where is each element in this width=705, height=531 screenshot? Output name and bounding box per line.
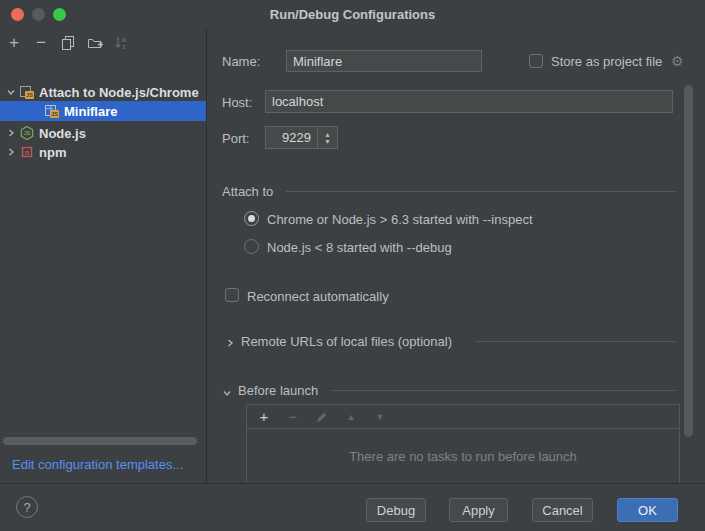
attach-to-group-label: Attach to <box>222 184 273 199</box>
tree-item-label: Miniflare <box>64 104 117 119</box>
group-separator <box>286 191 676 192</box>
radio-inspect[interactable] <box>244 211 259 226</box>
sort-configurations-icon: az <box>114 35 130 51</box>
svg-text:JS: JS <box>24 130 31 136</box>
window-title: Run/Debug Configurations <box>0 7 705 22</box>
edit-task-icon <box>314 409 330 425</box>
new-folder-icon[interactable] <box>87 35 103 51</box>
edit-configuration-templates-link[interactable]: Edit configuration templates... <box>12 457 183 472</box>
chevron-down-icon[interactable] <box>3 84 19 100</box>
chevron-right-icon[interactable] <box>3 125 19 141</box>
titlebar: Run/Debug Configurations <box>0 0 705 28</box>
before-launch-panel: + − ▲ ▼ There are no tasks to run before… <box>246 404 680 483</box>
sidebar-toolbar: + − az <box>6 33 130 53</box>
apply-button[interactable]: Apply <box>449 498 508 522</box>
name-input[interactable] <box>286 50 482 72</box>
dialog-footer: ? Debug Apply Cancel OK <box>0 483 705 531</box>
chevron-right-icon[interactable] <box>225 336 235 351</box>
before-launch-section-label[interactable]: Before launch <box>238 383 318 398</box>
debug-button[interactable]: Debug <box>366 498 426 522</box>
port-value[interactable]: 9229 <box>266 127 317 148</box>
stepper-down-icon[interactable]: ▼ <box>324 138 331 145</box>
radio-debug-label[interactable]: Node.js < 8 started with --debug <box>267 240 452 255</box>
group-separator <box>475 341 676 342</box>
cancel-button[interactable]: Cancel <box>532 498 593 522</box>
radio-debug[interactable] <box>244 239 259 254</box>
name-label: Name: <box>222 54 260 69</box>
gear-icon[interactable]: ⚙ <box>671 54 684 68</box>
run-debug-configurations-dialog: Run/Debug Configurations + − az <box>0 0 705 531</box>
move-task-down-icon: ▼ <box>372 409 388 425</box>
svg-text:n: n <box>25 149 29 156</box>
before-launch-toolbar: + − ▲ ▼ <box>247 405 679 429</box>
copy-configuration-icon[interactable] <box>60 35 76 51</box>
svg-text:a: a <box>122 36 126 43</box>
port-label: Port: <box>222 131 249 146</box>
vertical-scrollbar[interactable] <box>684 85 693 437</box>
stepper-up-icon[interactable]: ▲ <box>324 131 331 138</box>
tree-item-label: Node.js <box>39 126 86 141</box>
npm-icon: n <box>19 144 35 160</box>
svg-text:z: z <box>122 43 126 50</box>
nodejs-icon: JS <box>19 125 35 141</box>
ok-button[interactable]: OK <box>617 498 678 522</box>
add-task-icon[interactable]: + <box>256 409 272 425</box>
group-separator <box>331 390 676 391</box>
tree-item-nodejs[interactable]: JS Node.js <box>0 123 207 143</box>
host-label: Host: <box>222 95 252 110</box>
tree-item-miniflare[interactable]: JS Miniflare <box>0 101 207 121</box>
store-as-project-file-label[interactable]: Store as project file <box>551 54 662 69</box>
horizontal-scrollbar[interactable] <box>3 437 197 445</box>
svg-text:JS: JS <box>51 111 58 117</box>
svg-text:JS: JS <box>26 92 33 98</box>
tree-item-label: Attach to Node.js/Chrome <box>39 85 199 100</box>
configuration-form: Name: Store as project file ⚙ Host: Port… <box>208 28 705 483</box>
port-stepper[interactable]: ▲ ▼ <box>317 127 337 148</box>
tree-item-attach-node-chrome[interactable]: JS Attach to Node.js/Chrome <box>0 82 207 102</box>
remove-configuration-icon[interactable]: − <box>33 35 49 51</box>
reconnect-automatically-label[interactable]: Reconnect automatically <box>247 289 389 304</box>
radio-inspect-label[interactable]: Chrome or Node.js > 6.3 started with --i… <box>267 212 533 227</box>
move-task-up-icon: ▲ <box>343 409 359 425</box>
chevron-right-icon[interactable] <box>3 144 19 160</box>
reconnect-automatically-checkbox[interactable] <box>225 288 239 302</box>
chevron-down-icon[interactable] <box>222 386 232 401</box>
host-input[interactable] <box>265 90 673 113</box>
help-button[interactable]: ? <box>16 496 38 518</box>
remote-urls-section-label[interactable]: Remote URLs of local files (optional) <box>241 334 452 349</box>
add-configuration-icon[interactable]: + <box>6 35 22 51</box>
tree-item-npm[interactable]: n npm <box>0 142 207 162</box>
configurations-sidebar: + − az JS Attach to Node.js/Chrome <box>0 28 207 483</box>
store-as-project-file-checkbox[interactable] <box>529 54 543 68</box>
attach-config-run-icon: JS <box>44 103 60 119</box>
port-spinner[interactable]: 9229 ▲ ▼ <box>265 126 338 149</box>
attach-config-icon: JS <box>19 84 35 100</box>
before-launch-empty-text: There are no tasks to run before launch <box>247 429 679 483</box>
remove-task-icon: − <box>285 409 301 425</box>
tree-item-label: npm <box>39 145 66 160</box>
